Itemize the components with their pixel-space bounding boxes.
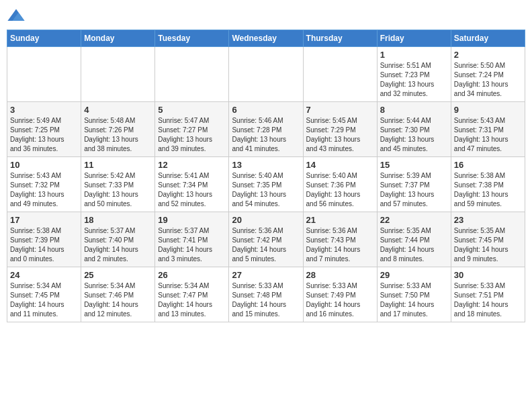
calendar-cell: 20Sunrise: 5:36 AMSunset: 7:42 PMDayligh… <box>229 212 303 267</box>
day-info: Sunrise: 5:40 AMSunset: 7:35 PMDaylight:… <box>232 171 300 209</box>
calendar-cell <box>155 47 229 102</box>
day-info: Sunrise: 5:35 AMSunset: 7:45 PMDaylight:… <box>454 226 522 264</box>
calendar-cell: 10Sunrise: 5:43 AMSunset: 7:32 PMDayligh… <box>7 157 81 212</box>
calendar-cell <box>7 47 81 102</box>
calendar-cell: 26Sunrise: 5:34 AMSunset: 7:47 PMDayligh… <box>155 267 229 322</box>
day-number: 24 <box>10 270 78 280</box>
calendar-cell: 6Sunrise: 5:46 AMSunset: 7:28 PMDaylight… <box>229 102 303 157</box>
day-info: Sunrise: 5:40 AMSunset: 7:36 PMDaylight:… <box>306 171 374 209</box>
day-number: 15 <box>380 160 448 170</box>
day-info: Sunrise: 5:38 AMSunset: 7:39 PMDaylight:… <box>10 226 78 264</box>
calendar-week-row: 10Sunrise: 5:43 AMSunset: 7:32 PMDayligh… <box>7 157 525 212</box>
calendar-cell: 25Sunrise: 5:34 AMSunset: 7:46 PMDayligh… <box>81 267 155 322</box>
day-info: Sunrise: 5:35 AMSunset: 7:44 PMDaylight:… <box>380 226 448 264</box>
day-info: Sunrise: 5:43 AMSunset: 7:31 PMDaylight:… <box>454 116 522 154</box>
day-info: Sunrise: 5:33 AMSunset: 7:51 PMDaylight:… <box>454 281 522 319</box>
calendar-cell: 8Sunrise: 5:44 AMSunset: 7:30 PMDaylight… <box>377 102 451 157</box>
logo-icon <box>7 7 26 26</box>
calendar-cell: 12Sunrise: 5:41 AMSunset: 7:34 PMDayligh… <box>155 157 229 212</box>
day-info: Sunrise: 5:34 AMSunset: 7:45 PMDaylight:… <box>10 281 78 319</box>
calendar-cell: 27Sunrise: 5:33 AMSunset: 7:48 PMDayligh… <box>229 267 303 322</box>
day-number: 19 <box>158 215 226 225</box>
calendar-day-header: Saturday <box>451 30 525 47</box>
day-info: Sunrise: 5:36 AMSunset: 7:42 PMDaylight:… <box>232 226 300 264</box>
calendar-day-header: Tuesday <box>155 30 229 47</box>
calendar-cell: 17Sunrise: 5:38 AMSunset: 7:39 PMDayligh… <box>7 212 81 267</box>
day-info: Sunrise: 5:43 AMSunset: 7:32 PMDaylight:… <box>10 171 78 209</box>
day-number: 5 <box>158 105 226 115</box>
calendar-week-row: 24Sunrise: 5:34 AMSunset: 7:45 PMDayligh… <box>7 267 525 322</box>
day-info: Sunrise: 5:37 AMSunset: 7:40 PMDaylight:… <box>84 226 152 264</box>
calendar-cell: 18Sunrise: 5:37 AMSunset: 7:40 PMDayligh… <box>81 212 155 267</box>
calendar-table: SundayMondayTuesdayWednesdayThursdayFrid… <box>7 30 525 322</box>
calendar-cell: 22Sunrise: 5:35 AMSunset: 7:44 PMDayligh… <box>377 212 451 267</box>
calendar-cell: 4Sunrise: 5:48 AMSunset: 7:26 PMDaylight… <box>81 102 155 157</box>
calendar-cell: 3Sunrise: 5:49 AMSunset: 7:25 PMDaylight… <box>7 102 81 157</box>
day-number: 12 <box>158 160 226 170</box>
calendar-cell: 15Sunrise: 5:39 AMSunset: 7:37 PMDayligh… <box>377 157 451 212</box>
day-number: 16 <box>454 160 522 170</box>
calendar-cell: 1Sunrise: 5:51 AMSunset: 7:23 PMDaylight… <box>377 47 451 102</box>
day-number: 1 <box>380 50 448 60</box>
day-info: Sunrise: 5:34 AMSunset: 7:47 PMDaylight:… <box>158 281 226 319</box>
calendar-day-header: Wednesday <box>229 30 303 47</box>
day-number: 20 <box>232 215 300 225</box>
calendar-week-row: 1Sunrise: 5:51 AMSunset: 7:23 PMDaylight… <box>7 47 525 102</box>
calendar-cell: 23Sunrise: 5:35 AMSunset: 7:45 PMDayligh… <box>451 212 525 267</box>
calendar-cell: 29Sunrise: 5:33 AMSunset: 7:50 PMDayligh… <box>377 267 451 322</box>
calendar-cell <box>229 47 303 102</box>
day-number: 18 <box>84 215 152 225</box>
calendar-cell <box>81 47 155 102</box>
calendar-cell: 11Sunrise: 5:42 AMSunset: 7:33 PMDayligh… <box>81 157 155 212</box>
day-number: 8 <box>380 105 448 115</box>
day-number: 22 <box>380 215 448 225</box>
day-info: Sunrise: 5:37 AMSunset: 7:41 PMDaylight:… <box>158 226 226 264</box>
day-number: 30 <box>454 270 522 280</box>
calendar-cell: 2Sunrise: 5:50 AMSunset: 7:24 PMDaylight… <box>451 47 525 102</box>
day-number: 10 <box>10 160 78 170</box>
calendar-cell: 13Sunrise: 5:40 AMSunset: 7:35 PMDayligh… <box>229 157 303 212</box>
calendar-day-header: Monday <box>81 30 155 47</box>
day-info: Sunrise: 5:44 AMSunset: 7:30 PMDaylight:… <box>380 116 448 154</box>
page-header <box>7 7 525 26</box>
calendar-day-header: Friday <box>377 30 451 47</box>
logo <box>7 7 28 26</box>
day-info: Sunrise: 5:51 AMSunset: 7:23 PMDaylight:… <box>380 61 448 99</box>
day-info: Sunrise: 5:45 AMSunset: 7:29 PMDaylight:… <box>306 116 374 154</box>
day-number: 9 <box>454 105 522 115</box>
day-number: 3 <box>10 105 78 115</box>
calendar-cell: 28Sunrise: 5:33 AMSunset: 7:49 PMDayligh… <box>303 267 377 322</box>
calendar-day-header: Sunday <box>7 30 81 47</box>
day-info: Sunrise: 5:34 AMSunset: 7:46 PMDaylight:… <box>84 281 152 319</box>
day-number: 23 <box>454 215 522 225</box>
calendar-cell: 5Sunrise: 5:47 AMSunset: 7:27 PMDaylight… <box>155 102 229 157</box>
day-info: Sunrise: 5:39 AMSunset: 7:37 PMDaylight:… <box>380 171 448 209</box>
calendar-header-row: SundayMondayTuesdayWednesdayThursdayFrid… <box>7 30 525 47</box>
day-number: 4 <box>84 105 152 115</box>
calendar-cell: 7Sunrise: 5:45 AMSunset: 7:29 PMDaylight… <box>303 102 377 157</box>
day-number: 29 <box>380 270 448 280</box>
calendar-week-row: 3Sunrise: 5:49 AMSunset: 7:25 PMDaylight… <box>7 102 525 157</box>
day-number: 7 <box>306 105 374 115</box>
day-number: 2 <box>454 50 522 60</box>
day-info: Sunrise: 5:36 AMSunset: 7:43 PMDaylight:… <box>306 226 374 264</box>
calendar-cell: 24Sunrise: 5:34 AMSunset: 7:45 PMDayligh… <box>7 267 81 322</box>
day-number: 14 <box>306 160 374 170</box>
day-number: 26 <box>158 270 226 280</box>
calendar-cell: 16Sunrise: 5:38 AMSunset: 7:38 PMDayligh… <box>451 157 525 212</box>
day-info: Sunrise: 5:47 AMSunset: 7:27 PMDaylight:… <box>158 116 226 154</box>
day-info: Sunrise: 5:33 AMSunset: 7:48 PMDaylight:… <box>232 281 300 319</box>
day-info: Sunrise: 5:46 AMSunset: 7:28 PMDaylight:… <box>232 116 300 154</box>
calendar-cell: 19Sunrise: 5:37 AMSunset: 7:41 PMDayligh… <box>155 212 229 267</box>
calendar-cell <box>303 47 377 102</box>
day-info: Sunrise: 5:41 AMSunset: 7:34 PMDaylight:… <box>158 171 226 209</box>
day-info: Sunrise: 5:38 AMSunset: 7:38 PMDaylight:… <box>454 171 522 209</box>
day-info: Sunrise: 5:33 AMSunset: 7:50 PMDaylight:… <box>380 281 448 319</box>
day-number: 28 <box>306 270 374 280</box>
day-info: Sunrise: 5:49 AMSunset: 7:25 PMDaylight:… <box>10 116 78 154</box>
calendar-week-row: 17Sunrise: 5:38 AMSunset: 7:39 PMDayligh… <box>7 212 525 267</box>
day-number: 21 <box>306 215 374 225</box>
day-number: 27 <box>232 270 300 280</box>
day-info: Sunrise: 5:42 AMSunset: 7:33 PMDaylight:… <box>84 171 152 209</box>
day-number: 13 <box>232 160 300 170</box>
